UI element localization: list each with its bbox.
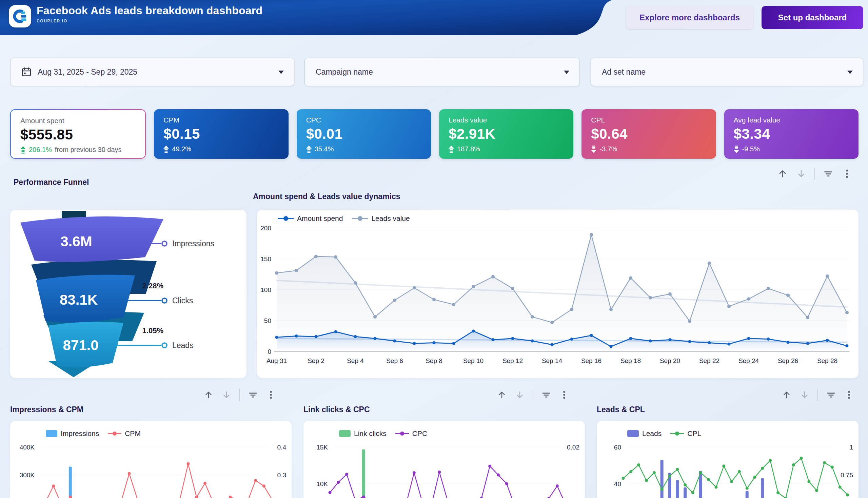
legend-item-cpm: CPM [108,430,141,437]
kpi-delta: 206.1% [29,146,52,154]
dynamics-chart-title: Amount spend & Leads value dynamics [253,192,400,201]
funnel-label-impressions: Impressions [172,239,214,248]
kpi-value: $0.64 [591,126,706,142]
svg-text:Sep 12: Sep 12 [503,357,523,364]
legend-item-link-clicks: Link clicks [339,430,387,437]
filter-icon[interactable] [541,390,551,400]
filter-icon[interactable] [826,390,836,400]
down-arrow-icon[interactable] [515,390,525,400]
svg-text:0.02: 0.02 [567,444,579,451]
svg-text:0.4: 0.4 [277,444,286,451]
kpi-delta: -9.5% [742,145,760,153]
chart-toolbar-impressions [203,389,276,401]
svg-text:Sep 2: Sep 2 [308,357,324,364]
chart-toolbar-link-clicks [497,389,569,401]
kpi-value: $3.34 [734,126,849,142]
leads-cpl-title: Leads & CPL [597,405,645,414]
link-clicks-cpc-chart: 15K10K0.02 [304,441,585,498]
kpi-label: Amount spent [21,117,136,125]
kpi-card-avg-lead-value: Avg lead value $3.34 -9.5% [724,109,858,159]
line-marker-icon [670,431,684,436]
kebab-menu-icon[interactable] [842,168,852,179]
ad-set-filter-label: Ad set name [602,67,645,77]
kpi-label: CPL [591,116,706,124]
kpi-label: CPC [306,116,422,124]
svg-text:Sep 14: Sep 14 [542,357,562,364]
down-arrow-icon[interactable] [796,168,806,179]
down-arrow-icon[interactable] [222,390,231,400]
impressions-cpm-chart: 400K300K0.40.3 [10,441,292,498]
svg-text:Sep 22: Sep 22 [699,357,720,364]
campaign-name-filter[interactable]: Campaign name [305,58,580,86]
kebab-menu-icon[interactable] [559,390,569,400]
down-arrow-icon [591,145,597,153]
chevron-down-icon [847,70,853,74]
setup-dashboard-button[interactable]: Set up dashboard [762,6,863,29]
funnel-chart: 3.6M 83.1K 871.0 Impressions 2.28% Click… [10,210,246,378]
bar-swatch-icon [627,430,639,437]
up-arrow-icon [449,145,454,153]
kpi-label: Leads value [449,116,564,124]
line-marker-icon [352,216,368,221]
kebab-menu-icon[interactable] [844,390,854,400]
svg-text:Sep 10: Sep 10 [463,357,483,364]
amount-leads-chart: 050100150200Aug 31Sep 2Sep 4Sep 6Sep 8Se… [257,210,858,378]
up-arrow-icon[interactable] [782,390,792,400]
funnel-value-leads: 871.0 [63,337,98,353]
kpi-value: $555.85 [21,127,136,143]
explore-dashboards-button[interactable]: Explore more dashboards [626,6,753,29]
leads-cpl-card: Leads CPL 604010.75 [597,421,858,498]
calendar-icon [21,67,31,77]
kpi-row: Amount spent $555.85 206.1% from previou… [10,109,858,159]
svg-text:15K: 15K [316,444,328,451]
down-arrow-icon [734,145,739,153]
funnel-label-leads: Leads [172,341,193,350]
chart-toolbar-top [777,168,852,180]
date-range-filter[interactable]: Aug 31, 2025 - Sep 29, 2025 [10,58,294,86]
svg-text:0: 0 [268,348,271,355]
kpi-delta: 49.2% [172,145,191,153]
kpi-card-cpm: CPM $0.15 49.2% [154,109,288,159]
kpi-value: $2.91K [449,126,564,142]
filter-icon[interactable] [248,390,258,400]
impressions-cpm-card: Impressions CPM 400K300K0.40.3 [10,421,292,498]
link-clicks-cpc-card: Link clicks CPC 15K10K0.02 [304,421,585,498]
ad-set-name-filter[interactable]: Ad set name [591,58,863,86]
chevron-down-icon [564,70,569,74]
svg-text:Sep 28: Sep 28 [817,357,838,364]
down-arrow-icon[interactable] [800,390,810,400]
kebab-menu-icon[interactable] [266,390,276,400]
chart-toolbar-leads [782,389,854,401]
up-arrow-icon[interactable] [203,390,214,400]
up-arrow-icon [306,145,311,153]
kpi-delta: 187.8% [457,145,480,153]
svg-text:Sep 20: Sep 20 [660,357,680,364]
brand-label: COUPLER.IO [37,19,263,23]
svg-text:Sep 26: Sep 26 [778,357,798,364]
filter-icon[interactable] [823,168,834,179]
up-arrow-icon [21,146,26,154]
svg-text:300K: 300K [20,472,35,479]
page-title: Facebook Ads leads breakdown dashboard [37,4,263,17]
kpi-delta: -3.7% [599,145,617,153]
up-arrow-icon [163,145,169,153]
svg-text:150: 150 [261,255,271,263]
legend-item-impressions: Impressions [46,430,99,437]
coupler-logo [9,5,31,27]
impressions-cpm-title: Impressions & CPM [10,405,83,414]
up-arrow-icon[interactable] [777,168,788,179]
kpi-card-cpl: CPL $0.64 -3.7% [582,109,716,159]
header-titles: Facebook Ads leads breakdown dashboard C… [37,4,263,23]
funnel-rate-leads: 1.05% [143,326,163,335]
date-range-value: Aug 31, 2025 - Sep 29, 2025 [38,67,137,77]
toolbar-divider [814,168,815,180]
up-arrow-icon[interactable] [497,390,507,400]
funnel-section-title: Performance Funnel [14,178,89,187]
campaign-filter-label: Campaign name [316,67,373,77]
svg-text:Sep 24: Sep 24 [738,357,759,364]
kpi-card-leads-value: Leads value $2.91K 187.8% [439,109,573,159]
toolbar-divider [533,389,533,401]
kpi-delta-note: from previous 30 days [55,146,122,154]
legend-item-leads: Leads [627,430,662,437]
line-marker-icon [395,431,409,436]
